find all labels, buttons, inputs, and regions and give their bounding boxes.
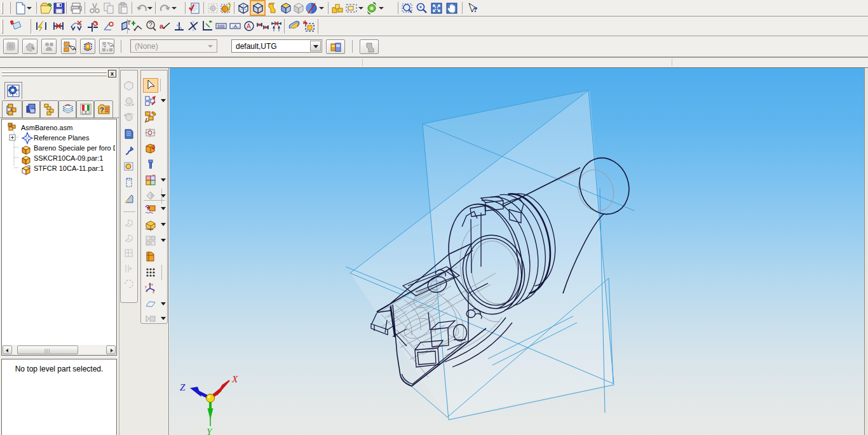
svg-text:?: ? [149, 22, 153, 29]
svg-text:x: x [153, 290, 154, 294]
svg-text:A: A [247, 23, 251, 30]
svg-text:Z: Z [180, 382, 186, 392]
svg-text:-A-: -A- [232, 23, 239, 29]
svg-text:y: y [145, 284, 147, 288]
svg-text:z: z [151, 283, 153, 286]
svg-text:Y: Y [207, 427, 213, 435]
svg-text:a: a [159, 22, 164, 30]
svg-text:X: X [231, 374, 238, 384]
svg-text:?: ? [473, 4, 478, 14]
svg-text:?: ? [100, 106, 104, 114]
svg-text:888: 888 [217, 24, 225, 29]
